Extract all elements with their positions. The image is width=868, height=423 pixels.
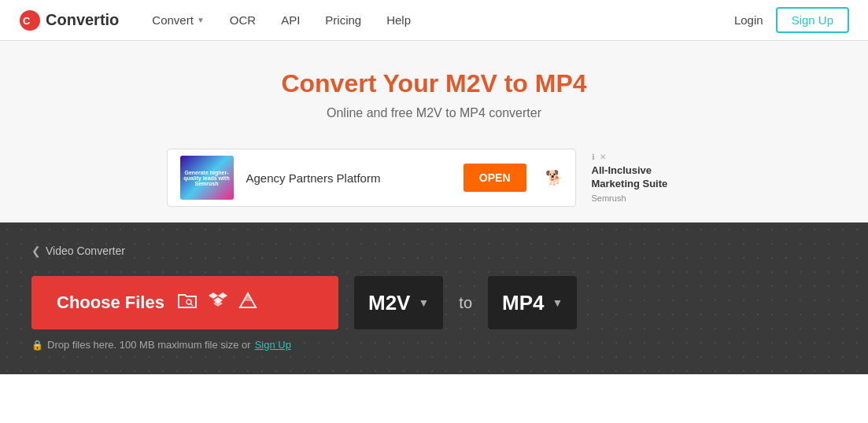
logo-icon: C bbox=[19, 9, 41, 31]
to-format-selector[interactable]: MP4 ▼ bbox=[488, 276, 577, 329]
header-right: Login Sign Up bbox=[734, 7, 849, 33]
hero-section: Convert Your M2V to MP4 Online and free … bbox=[0, 41, 868, 142]
to-format-arrow-icon: ▼ bbox=[552, 296, 563, 309]
page-title: Convert Your M2V to MP4 bbox=[16, 69, 852, 98]
ad-open-button[interactable]: OPEN bbox=[464, 164, 526, 192]
svg-marker-5 bbox=[218, 292, 227, 299]
ad-x-icon: ✕ bbox=[600, 153, 606, 161]
signup-button[interactable]: Sign Up bbox=[776, 7, 849, 33]
svg-point-2 bbox=[187, 300, 191, 304]
from-format-label: M2V bbox=[368, 291, 410, 315]
lock-icon: 🔒 bbox=[31, 340, 43, 351]
svg-marker-9 bbox=[243, 293, 253, 301]
svg-marker-7 bbox=[213, 300, 223, 307]
converter-section: ❮ Video Converter Choose Files bbox=[0, 223, 868, 374]
svg-line-3 bbox=[190, 304, 193, 307]
nav-pricing[interactable]: Pricing bbox=[316, 9, 371, 31]
video-converter-breadcrumb[interactable]: ❮ Video Converter bbox=[31, 245, 837, 257]
dropbox-icon bbox=[209, 292, 227, 314]
converter-row: Choose Files bbox=[31, 276, 837, 329]
hero-subtitle: Online and free M2V to MP4 converter bbox=[16, 106, 852, 120]
ad-close-icon[interactable]: 🐕 bbox=[545, 169, 563, 186]
ad-side: ℹ ✕ All-Inclusive Marketing Suite Semrus… bbox=[592, 153, 702, 203]
to-label: to bbox=[459, 294, 472, 312]
convert-arrow-icon: ▼ bbox=[197, 16, 205, 24]
ad-card: Generate higher-quality leads with Semru… bbox=[167, 149, 576, 207]
ad-side-title: All-Inclusive Marketing Suite bbox=[592, 164, 702, 191]
nav-ocr[interactable]: OCR bbox=[220, 9, 265, 31]
choose-files-button[interactable]: Choose Files bbox=[31, 276, 338, 329]
logo[interactable]: C Convertio bbox=[19, 9, 119, 31]
nav-convert[interactable]: Convert ▼ bbox=[142, 9, 213, 31]
login-button[interactable]: Login bbox=[734, 13, 763, 27]
choose-files-icons bbox=[177, 292, 257, 314]
main-nav: Convert ▼ OCR API Pricing Help bbox=[142, 9, 734, 31]
logo-text: Convertio bbox=[46, 11, 119, 29]
nav-help[interactable]: Help bbox=[377, 9, 420, 31]
ad-side-brand: Semrush bbox=[592, 193, 702, 203]
chevron-left-icon: ❮ bbox=[31, 245, 41, 257]
svg-marker-4 bbox=[209, 292, 218, 299]
ad-image: Generate higher-quality leads with Semru… bbox=[180, 156, 234, 200]
nav-api[interactable]: API bbox=[271, 9, 309, 31]
from-format-arrow-icon: ▼ bbox=[418, 296, 429, 309]
signup-link[interactable]: Sign Up bbox=[255, 339, 291, 351]
ad-banner-area: Generate higher-quality leads with Semru… bbox=[0, 142, 868, 223]
info-icon: ℹ bbox=[592, 153, 595, 161]
ad-side-top: ℹ ✕ bbox=[592, 153, 702, 161]
svg-text:C: C bbox=[23, 15, 31, 27]
drive-icon bbox=[238, 292, 257, 314]
ad-text: Agency Partners Platform bbox=[246, 171, 451, 185]
from-format-selector[interactable]: M2V ▼ bbox=[354, 276, 443, 329]
drop-hint: 🔒 Drop files here. 100 MB maximum file s… bbox=[31, 339, 837, 351]
folder-icon bbox=[177, 292, 198, 314]
header: C Convertio Convert ▼ OCR API Pricing He… bbox=[0, 0, 868, 41]
to-format-label: MP4 bbox=[502, 291, 544, 315]
